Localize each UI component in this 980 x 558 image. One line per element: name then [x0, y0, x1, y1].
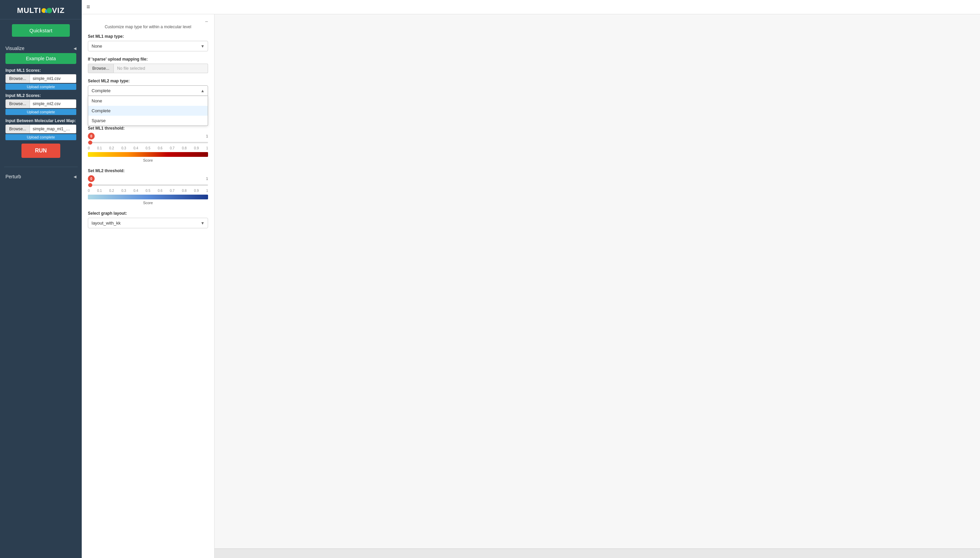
run-button[interactable]: RUN — [21, 144, 61, 158]
ml2-threshold-badge: 0 — [88, 175, 95, 182]
input-ml1-label: Input ML1 Scores: — [5, 68, 76, 73]
ml2-map-group: Select ML2 map type: ▲ None Complete Spa… — [88, 79, 208, 96]
browse-between-button[interactable]: Browse... — [5, 125, 30, 133]
ml2-threshold-label: Set ML2 threshold: — [88, 168, 208, 173]
ml2-slider-track — [88, 184, 208, 186]
input-ml2-label: Input ML2 Scores: — [5, 93, 76, 98]
ml1-slider-track — [88, 142, 208, 143]
ml2-option-none[interactable]: None — [88, 96, 208, 106]
ml2-slider-ticks: 0 0.1 0.2 0.3 0.4 0.5 0.6 0.7 0.8 0.9 1 — [88, 189, 208, 192]
between-upload-status: Upload complete — [5, 134, 76, 140]
ml1-upload-status: Upload complete — [5, 84, 76, 90]
ml1-slider-thumb[interactable] — [88, 141, 92, 144]
ml1-colorbar — [88, 152, 208, 157]
visualize-label: Visualize — [5, 46, 25, 51]
ml1-slider-ticks: 0 0.1 0.2 0.3 0.4 0.5 0.6 0.7 0.8 0.9 1 — [88, 146, 208, 150]
ml2-map-input[interactable] — [88, 85, 208, 96]
perturb-label: Perturb — [5, 174, 21, 179]
threshold-section: Threshold features by statistical signif… — [88, 117, 208, 228]
browse-ml2-button[interactable]: Browse... — [5, 99, 30, 108]
sidebar: MULTI VIZ Quickstart Visualize ◀ Example… — [0, 0, 82, 558]
logo-area: MULTI VIZ — [0, 0, 82, 20]
input-between-file-row: Browse... simple_map_ml1_ml2.cs — [5, 125, 76, 133]
graph-layout-group: Select graph layout: layout_with_kk layo… — [88, 211, 208, 228]
quickstart-button[interactable]: Quickstart — [12, 24, 70, 37]
ml1-score-label: Score — [88, 158, 208, 162]
ml2-slider-thumb[interactable] — [88, 183, 92, 187]
content-area: − Customize map type for within a molecu… — [82, 14, 980, 558]
main-area: ≡ − Customize map type for within a mole… — [82, 0, 980, 558]
ml2-range-row: 0 1 — [88, 175, 208, 182]
customize-subtitle: Customize map type for within a molecula… — [88, 25, 208, 29]
ml1-map-select[interactable]: None Complete Sparse — [88, 41, 208, 51]
ml2-file-name: simple_ml2.csv — [30, 99, 76, 108]
ml2-threshold-group: Set ML2 threshold: 0 1 0 0.1 0. — [88, 168, 208, 205]
sparse-file-display: No file selected — [114, 64, 208, 73]
sparse-file-row: Browse... No file selected — [88, 64, 208, 73]
sparse-upload-label: If 'sparse' upload mapping file: — [88, 57, 208, 62]
ml2-colorbar — [88, 195, 208, 199]
input-between-label: Input Between Molecular Level Map: — [5, 118, 76, 123]
graph-layout-dropdown-wrapper: layout_with_kk layout_nicely layout_as_s… — [88, 218, 208, 228]
ml2-option-complete[interactable]: Complete — [88, 106, 208, 116]
ml1-file-name: simple_ml1.csv — [30, 74, 76, 83]
ml1-threshold-group: Set ML1 threshold: 0 1 0 0.1 0. — [88, 126, 208, 162]
sidebar-divider — [4, 167, 77, 167]
ml2-dropdown-menu: None Complete Sparse — [88, 96, 208, 126]
ml1-map-dropdown-wrapper: None Complete Sparse ▼ — [88, 41, 208, 51]
hamburger-icon[interactable]: ≡ — [86, 3, 90, 11]
example-data-button[interactable]: Example Data — [5, 53, 76, 64]
ml2-slider[interactable] — [88, 183, 208, 187]
perturb-section: Perturb ◀ — [0, 170, 82, 184]
perturb-chevron-icon: ◀ — [74, 174, 76, 179]
ml1-map-label: Set ML1 map type: — [88, 34, 208, 39]
browse-ml1-button[interactable]: Browse... — [5, 74, 30, 83]
visualization-area — [214, 14, 980, 558]
sparse-upload-group: If 'sparse' upload mapping file: Browse.… — [88, 57, 208, 73]
viz-footer — [214, 548, 980, 558]
topbar: ≡ — [82, 0, 980, 14]
graph-layout-select[interactable]: layout_with_kk layout_nicely layout_as_s… — [88, 218, 208, 228]
ml1-range-row: 0 1 — [88, 133, 208, 140]
perturb-header[interactable]: Perturb ◀ — [5, 172, 76, 181]
ml1-threshold-badge: 0 — [88, 133, 95, 140]
ml1-slider[interactable] — [88, 140, 208, 145]
logo-text: MULTI VIZ — [17, 6, 65, 15]
settings-panel: − Customize map type for within a molecu… — [82, 14, 214, 558]
ml2-option-sparse[interactable]: Sparse — [88, 116, 208, 126]
visualize-chevron-icon: ◀ — [74, 46, 76, 51]
ml1-map-group: Set ML1 map type: None Complete Sparse ▼ — [88, 34, 208, 51]
ml2-threshold-max: 1 — [206, 177, 208, 181]
sparse-browse-button[interactable]: Browse... — [88, 64, 114, 73]
visualize-header[interactable]: Visualize ◀ — [5, 43, 76, 53]
input-ml1-file-row: Browse... simple_ml1.csv — [5, 74, 76, 83]
ml2-upload-status: Upload complete — [5, 109, 76, 115]
panel-collapse-button[interactable]: − — [205, 19, 208, 25]
graph-layout-label: Select graph layout: — [88, 211, 208, 216]
visualize-section: Visualize ◀ Example Data Input ML1 Score… — [0, 40, 82, 164]
ml1-threshold-max: 1 — [206, 134, 208, 138]
between-file-name: simple_map_ml1_ml2.cs — [30, 125, 76, 133]
input-ml2-file-row: Browse... simple_ml2.csv — [5, 99, 76, 108]
ml2-map-label: Select ML2 map type: — [88, 79, 208, 84]
ml2-score-label: Score — [88, 201, 208, 205]
ml2-map-dropdown-wrapper: ▲ None Complete Sparse — [88, 85, 208, 96]
ml1-threshold-label: Set ML1 threshold: — [88, 126, 208, 131]
logo-dot-green-icon — [47, 8, 52, 13]
